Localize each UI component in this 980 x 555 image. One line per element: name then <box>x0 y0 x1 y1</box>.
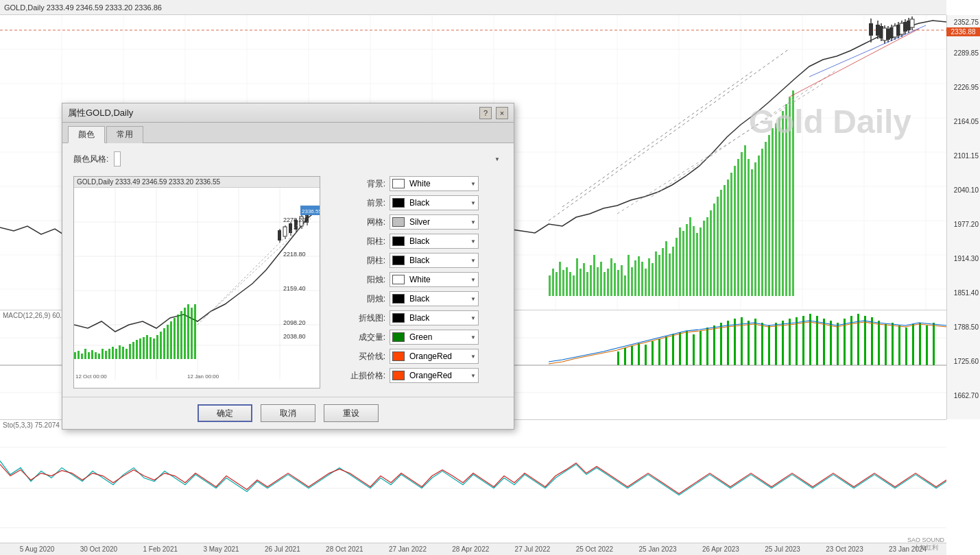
svg-rect-38 <box>600 262 602 296</box>
svg-rect-32 <box>579 269 582 296</box>
help-button[interactable]: ? <box>479 107 492 119</box>
svg-rect-43 <box>617 270 619 296</box>
topbar: GOLD,Daily 2333.49 2346.59 2333.20 2336.… <box>0 0 946 15</box>
macd-label: MACD(12,26,9) 60.97 <box>3 312 69 319</box>
svg-rect-143 <box>713 325 715 365</box>
dialog-title: 属性GOLD,Daily <box>68 107 133 119</box>
svg-rect-34 <box>586 272 588 296</box>
svg-rect-135 <box>658 339 660 365</box>
svg-rect-24 <box>552 269 554 296</box>
bull-bar-swatch <box>392 236 405 246</box>
date-oct2020: 30 Oct 2020 <box>80 545 117 553</box>
svg-rect-144 <box>720 323 722 365</box>
svg-rect-27 <box>562 270 564 296</box>
mini-chart-container: GOLD,Daily 2333.49 2346.59 2333.20 2336.… <box>73 176 334 388</box>
svg-rect-68 <box>703 221 705 296</box>
svg-rect-138 <box>679 332 681 365</box>
bear-candle-swatch <box>392 294 405 304</box>
bg-swatch <box>392 179 405 188</box>
svg-rect-30 <box>573 275 575 296</box>
svg-rect-154 <box>789 319 791 365</box>
color-row-stoploss: 止损价格: OrangeRed Black <box>348 368 503 383</box>
color-row-bg: 背景: White Black <box>348 176 503 191</box>
svg-rect-75 <box>727 180 729 296</box>
bull-bar-select-wrapper: Black White <box>390 234 479 249</box>
fg-swatch <box>392 198 405 208</box>
svg-rect-201 <box>289 223 292 233</box>
svg-text:2098.20: 2098.20 <box>283 319 306 326</box>
svg-rect-101 <box>869 23 873 36</box>
svg-rect-150 <box>761 323 763 365</box>
close-button[interactable]: × <box>496 107 508 119</box>
properties-dialog: 属性GOLD,Daily ? × 颜色 常用 颜色风格: <box>62 103 514 430</box>
bull-candle-label: 阳烛: <box>348 274 385 286</box>
tab-general[interactable]: 常用 <box>106 126 143 143</box>
mini-chart: GOLD,Daily 2333.49 2346.59 2333.20 2336.… <box>73 176 320 388</box>
svg-rect-69 <box>706 217 708 296</box>
svg-rect-227 <box>139 338 141 359</box>
svg-rect-166 <box>871 317 873 365</box>
date-axis: 5 Aug 2020 30 Oct 2020 1 Feb 2021 3 May … <box>0 543 946 555</box>
svg-rect-56 <box>662 248 664 296</box>
svg-rect-59 <box>672 247 674 296</box>
price-scale: 2352.75 2289.85 2226.95 2164.05 2101.15 … <box>946 15 980 419</box>
svg-rect-40 <box>607 269 609 296</box>
svg-rect-123 <box>910 19 914 27</box>
volume-label: 成交量: <box>348 332 385 343</box>
svg-rect-50 <box>641 262 643 296</box>
svg-rect-76 <box>730 173 732 296</box>
stoch-label: Sto(5,3,3) 75.2074 81 <box>3 421 69 429</box>
bear-candle-select-wrapper: Black White <box>390 291 479 306</box>
svg-rect-216 <box>101 349 104 359</box>
stoploss-select-wrapper: OrangeRed Black <box>390 368 479 383</box>
stoploss-label: 止损价格: <box>348 370 385 382</box>
price-2352: 2352.75 <box>954 18 979 26</box>
price-1788: 1788.50 <box>954 323 979 331</box>
svg-rect-165 <box>864 316 866 365</box>
svg-rect-66 <box>696 233 698 296</box>
ask-select-wrapper: OrangeRed Black <box>390 349 479 364</box>
cancel-button[interactable]: 取消 <box>261 404 315 422</box>
svg-rect-81 <box>748 159 750 296</box>
svg-rect-63 <box>686 224 688 296</box>
svg-rect-230 <box>150 337 152 359</box>
svg-rect-157 <box>809 314 811 365</box>
svg-rect-224 <box>129 344 131 359</box>
bear-bar-swatch <box>392 256 405 265</box>
svg-rect-41 <box>610 258 612 296</box>
svg-rect-39 <box>603 272 606 296</box>
dialog-footer: 确定 取消 重设 <box>62 397 514 429</box>
color-row-ask: 买价线: OrangeRed Black <box>348 349 503 364</box>
svg-rect-53 <box>652 263 654 296</box>
svg-rect-42 <box>614 263 616 296</box>
bull-candle-select-wrapper: White Black <box>390 272 479 287</box>
date-jul2022: 27 Jul 2022 <box>515 545 551 553</box>
svg-rect-142 <box>706 328 708 365</box>
svg-rect-54 <box>655 251 657 296</box>
svg-rect-78 <box>737 159 739 296</box>
date-feb2021: 1 Feb 2021 <box>143 545 178 553</box>
price-2226: 2226.95 <box>954 84 979 91</box>
svg-rect-175 <box>933 323 935 365</box>
svg-rect-212 <box>88 352 90 359</box>
volume-select-wrapper: Green Black <box>390 330 479 345</box>
svg-line-253 <box>198 215 307 325</box>
logo: SAO SOUND 十年红利 <box>907 536 944 552</box>
date-jul2023: 25 Jul 2023 <box>765 545 800 553</box>
svg-rect-169 <box>892 323 894 365</box>
price-1725: 1725.60 <box>954 358 979 365</box>
svg-rect-64 <box>689 217 691 296</box>
color-style-select[interactable] <box>114 151 121 166</box>
svg-rect-217 <box>105 351 107 359</box>
svg-rect-47 <box>631 267 633 296</box>
dialog-controls: ? × <box>479 107 508 119</box>
svg-rect-85 <box>761 149 763 296</box>
svg-rect-84 <box>758 156 760 296</box>
svg-rect-87 <box>768 135 770 296</box>
reset-button[interactable]: 重设 <box>324 404 379 422</box>
color-row-line-chart: 折线图: Black White <box>348 310 503 325</box>
svg-rect-37 <box>597 267 599 296</box>
svg-rect-90 <box>778 118 780 296</box>
tab-color[interactable]: 颜色 <box>68 126 105 143</box>
confirm-button[interactable]: 确定 <box>198 404 252 422</box>
